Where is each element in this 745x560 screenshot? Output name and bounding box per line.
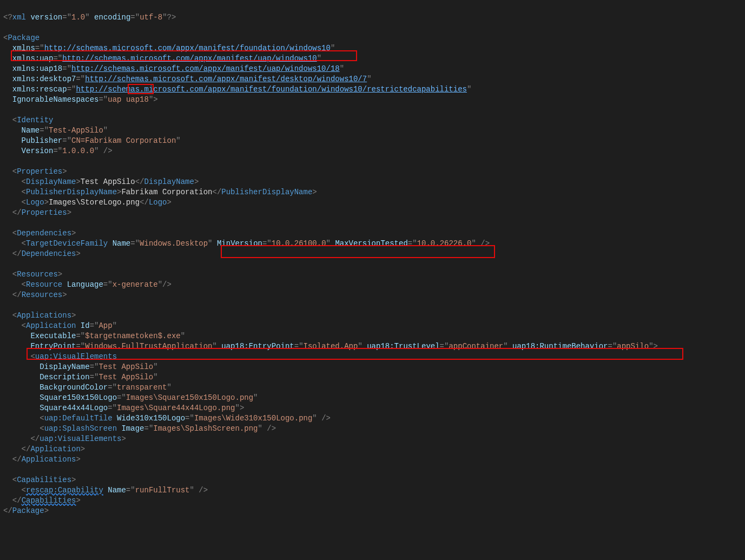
app-id: App — [98, 321, 112, 330]
app-uap18-rt: appSilo — [617, 342, 649, 351]
identity-publisher: CN=Fabrikam Corporation — [71, 136, 176, 145]
tdf-name: Windows.Desktop — [140, 239, 208, 248]
xmlns-uap18-link[interactable]: http://schemas.microsoft.com/appx/manife… — [71, 64, 340, 73]
prop-publisher-display-name: Fabrikam Corporation — [121, 188, 212, 196]
xml-encoding: utf-8 — [140, 13, 162, 22]
ve-description: Test AppSilo — [98, 373, 153, 381]
code-editor: <?xml version="1.0" encoding="utf-8"?> <… — [0, 0, 745, 559]
app-uap18-trust: appContainer — [449, 342, 503, 351]
ignorable-hl: uap18 — [126, 95, 149, 104]
xmlns-rescap-link[interactable]: http://schemas.microsoft.com/appx/manife… — [76, 85, 467, 94]
xml-version: 1.0 — [71, 13, 85, 22]
xmlns-desktop7-link[interactable]: http://schemas.microsoft.com/appx/manife… — [85, 75, 367, 83]
ve-display-name: Test AppSilo — [98, 363, 153, 371]
tdf-max: 10.0.26226.0 — [417, 239, 472, 248]
app-uap18-entry: Isolated.App — [304, 342, 358, 351]
app-entry: Windows.FullTrustApplication — [85, 342, 212, 351]
ve-bg: transparent — [117, 383, 167, 392]
app-exe: $targetnametoken$.exe — [85, 332, 180, 340]
ve-sq150: Images\Square150x150Logo.png — [126, 393, 253, 402]
identity-name: Test-AppSilo — [49, 126, 103, 135]
ve-wide310: Images\Wide310x150Logo.png — [194, 414, 312, 423]
prop-logo: Images\StoreLogo.png — [49, 198, 140, 207]
ve-splash: Images\SplashScreen.png — [153, 424, 258, 433]
ve-sq44: Images\Square44x44Logo.png — [117, 404, 235, 412]
ignorable-front: uap — [108, 95, 121, 104]
prop-display-name: Test AppSilo — [81, 177, 135, 186]
tdf-min: 10.0.26100.0 — [272, 239, 326, 248]
xmlns-uap-link[interactable]: http://schemas.microsoft.com/appx/manife… — [62, 54, 317, 63]
identity-version: 1.0.0.0 — [62, 147, 94, 155]
resource-lang: x-generate — [113, 280, 158, 289]
xmlns-link[interactable]: http://schemas.microsoft.com/appx/manife… — [44, 44, 331, 52]
cap-name: runFullTrust — [135, 486, 190, 495]
